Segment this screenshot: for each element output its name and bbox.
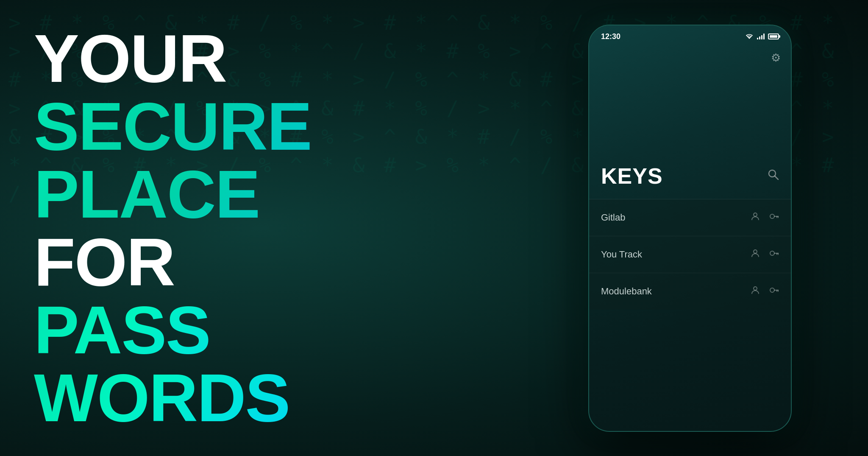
- phone-frame: 12:30: [588, 25, 792, 432]
- svg-point-13: [770, 288, 774, 292]
- list-item[interactable]: Modulebank: [589, 273, 791, 310]
- key-icon[interactable]: [769, 211, 779, 224]
- headline-line-2: SECURE: [34, 92, 364, 160]
- key-icon[interactable]: [769, 248, 779, 261]
- status-bar: 12:30: [589, 25, 791, 45]
- phone-screen: 12:30: [589, 25, 791, 431]
- headline-line-4: FOR: [34, 228, 364, 296]
- user-icon[interactable]: [750, 211, 760, 224]
- keys-header: KEYS: [601, 163, 779, 189]
- user-icon[interactable]: [750, 285, 760, 298]
- item-name-gitlab: Gitlab: [601, 212, 625, 223]
- headline: YOUR SECURE PLACE FOR PASS WORDS: [34, 25, 364, 432]
- headline-line-3: PLACE: [34, 160, 364, 228]
- item-actions-modulebank: [750, 285, 779, 298]
- svg-point-7: [754, 250, 757, 253]
- phone-mockup: 12:30: [588, 25, 792, 432]
- svg-point-2: [754, 213, 757, 216]
- svg-point-3: [770, 214, 774, 218]
- phone-header-area: ⚙: [589, 45, 791, 155]
- settings-icon[interactable]: ⚙: [771, 51, 781, 64]
- status-icons: [745, 34, 779, 39]
- item-name-youtrack: You Track: [601, 249, 642, 260]
- item-name-modulebank: Modulebank: [601, 286, 652, 297]
- password-list: Gitlab: [589, 199, 791, 431]
- status-time: 12:30: [601, 32, 620, 41]
- headline-line-6: WORDS: [34, 364, 364, 432]
- keys-title: KEYS: [601, 163, 663, 189]
- svg-line-1: [775, 176, 778, 179]
- signal-icon: [757, 34, 765, 39]
- user-icon[interactable]: [750, 248, 760, 261]
- left-section: YOUR SECURE PLACE FOR PASS WORDS: [34, 0, 364, 456]
- headline-line-5: PASS: [34, 296, 364, 364]
- battery-icon: [768, 34, 779, 39]
- wifi-icon: [745, 34, 754, 39]
- key-icon[interactable]: [769, 285, 779, 298]
- search-button[interactable]: [767, 168, 779, 183]
- svg-point-12: [754, 287, 757, 290]
- headline-line-1: YOUR: [34, 25, 364, 92]
- item-actions-youtrack: [750, 248, 779, 261]
- item-actions-gitlab: [750, 211, 779, 224]
- list-item[interactable]: You Track: [589, 236, 791, 273]
- svg-point-8: [770, 251, 774, 255]
- list-item[interactable]: Gitlab: [589, 199, 791, 236]
- keys-section: KEYS: [589, 155, 791, 199]
